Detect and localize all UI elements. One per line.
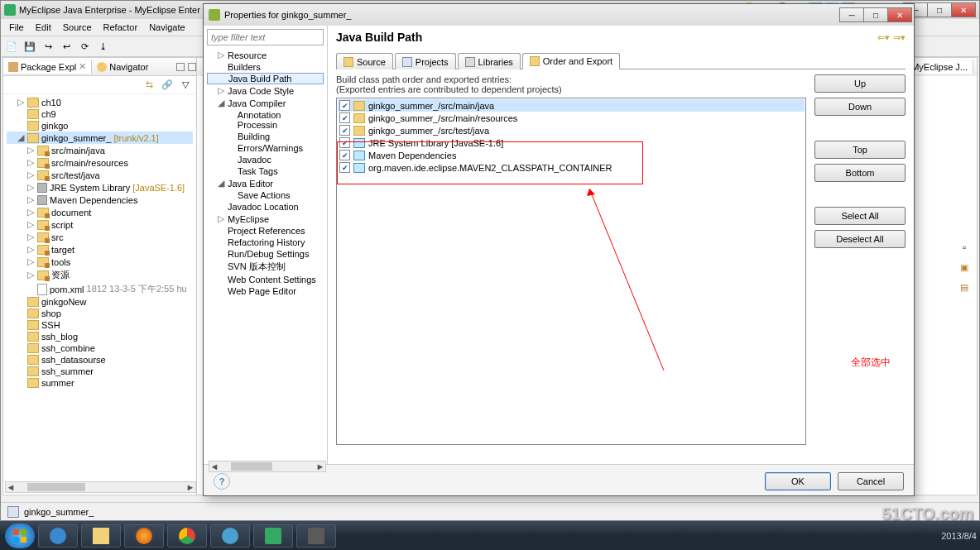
maximize-button[interactable]: □	[927, 2, 952, 17]
list-item[interactable]: JRE System Library [JavaSE-1.6]	[338, 136, 805, 149]
package-tree[interactable]: ▷ch10ch9ginkgo◢ginkgo_summer_ [trunk/v2.…	[3, 94, 196, 491]
select-all-button[interactable]: Select All	[814, 207, 906, 225]
tree-item[interactable]: ▷src/test/java	[7, 169, 193, 181]
entries-list[interactable]: ginkgo_summer_/src/main/javaginkgo_summe…	[336, 98, 806, 445]
up-button[interactable]: Up	[814, 74, 906, 93]
back-button[interactable]: ⇐▾	[877, 32, 890, 43]
task-chrome[interactable]	[167, 524, 207, 548]
tree-item[interactable]: ssh_blog	[7, 331, 193, 342]
menu-source[interactable]: Source	[58, 21, 97, 34]
tree-item[interactable]: ▷ch10	[7, 96, 193, 108]
checkbox[interactable]	[339, 137, 350, 148]
category-item[interactable]: Javadoc Location	[207, 201, 324, 213]
tree-item[interactable]: SSH	[7, 319, 193, 331]
category-item[interactable]: Save Actions	[207, 189, 324, 201]
deselect-all-button[interactable]: Deselect All	[814, 230, 906, 248]
expander-icon[interactable]: ▷	[217, 50, 225, 60]
close-button[interactable]: ✕	[951, 2, 976, 17]
tree-item[interactable]: ◢ginkgo_summer_ [trunk/v2.1]	[7, 132, 193, 144]
tree-item[interactable]: pom.xml 1812 13-3-5 下午2:55 hu	[7, 282, 193, 296]
expander-icon[interactable]: ▷	[217, 85, 225, 96]
list-item[interactable]: ginkgo_summer_/src/test/java	[338, 124, 805, 136]
expander-icon[interactable]: ▷	[26, 219, 35, 230]
menu-file[interactable]: File	[4, 21, 29, 34]
menu-refactor[interactable]: Refactor	[98, 21, 143, 34]
new-button[interactable]: 📄	[4, 39, 19, 54]
tab-libraries[interactable]: Libraries	[458, 53, 521, 69]
category-item[interactable]: Project References	[207, 225, 324, 237]
tree-item[interactable]: ginkgoNew	[7, 296, 193, 308]
maximize-button[interactable]: □	[863, 7, 888, 22]
save-button[interactable]: 💾	[22, 39, 37, 54]
expander-icon[interactable]: ▷	[26, 256, 35, 267]
checkbox[interactable]	[339, 162, 350, 173]
category-item[interactable]: Web Page Editor	[207, 285, 324, 297]
tree-item[interactable]: ▷资源	[7, 268, 193, 282]
category-item[interactable]: SVN 版本控制	[207, 260, 324, 274]
task-explorer[interactable]	[81, 524, 121, 548]
tree-item[interactable]: ▷src/main/java	[7, 144, 193, 156]
tab-package-explorer[interactable]: Package Expl ✕	[3, 60, 92, 74]
category-item[interactable]: Task Tags	[207, 165, 324, 177]
tab-source[interactable]: Source	[336, 53, 393, 69]
category-item[interactable]: Javadoc	[207, 154, 324, 165]
cancel-button[interactable]: Cancel	[838, 472, 904, 490]
tree-item[interactable]: ▷JRE System Library [JavaSE-1.6]	[7, 181, 193, 194]
close-button[interactable]: ✕	[887, 7, 912, 22]
link-editor-button[interactable]: 🔗	[160, 78, 175, 93]
minimize-icon[interactable]	[176, 63, 185, 71]
scroll-right-icon[interactable]: ►	[185, 482, 195, 492]
expander-icon[interactable]: ▷	[26, 145, 35, 155]
tree-item[interactable]: ch9	[7, 108, 193, 120]
down-button[interactable]: Down	[814, 98, 906, 116]
list-item[interactable]: org.maven.ide.eclipse.MAVEN2_CLASSPATH_C…	[338, 161, 805, 174]
menu-navigate[interactable]: Navigate	[144, 21, 190, 34]
expander-icon[interactable]: ◢	[17, 132, 25, 143]
view-icon[interactable]: ▤	[957, 280, 972, 294]
minimize-button[interactable]: ─	[839, 7, 864, 22]
toolbar-button[interactable]: ↩	[59, 39, 74, 54]
dialog-titlebar[interactable]: Properties for ginkgo_summer_ ─ □ ✕	[204, 4, 914, 26]
view-menu-button[interactable]: ▽	[178, 78, 193, 93]
list-item[interactable]: ginkgo_summer_/src/main/resources	[338, 112, 805, 124]
restore-view-icon[interactable]: ▫	[957, 240, 972, 255]
toolbar-button[interactable]: ⟳	[77, 39, 92, 54]
maximize-icon[interactable]	[188, 63, 196, 71]
task-ie[interactable]	[38, 524, 78, 548]
filter-input[interactable]	[207, 29, 324, 45]
category-item[interactable]: Java Build Path	[207, 73, 324, 84]
tab-navigator[interactable]: Navigator	[92, 60, 153, 74]
tree-item[interactable]: ▷Maven Dependencies	[7, 194, 193, 206]
category-item[interactable]: Annotation Processin	[207, 109, 324, 131]
scroll-left-icon[interactable]: ◄	[6, 482, 16, 492]
tree-item[interactable]: ▷src/main/resources	[7, 156, 193, 169]
scroll-thumb[interactable]	[27, 483, 85, 491]
tab-projects[interactable]: Projects	[395, 53, 456, 69]
category-item[interactable]: Refactoring History	[207, 237, 324, 248]
list-item[interactable]: Maven Dependencies	[338, 149, 805, 161]
scroll-thumb[interactable]	[231, 462, 272, 471]
tree-item[interactable]: ssh_summer	[7, 366, 193, 377]
category-tree[interactable]: ▷ResourceBuildersJava Build Path▷Java Co…	[207, 49, 324, 297]
horizontal-scrollbar[interactable]: ◄ ►	[209, 461, 326, 472]
toolbar-button[interactable]: ↪	[41, 39, 55, 54]
tree-item[interactable]: ▷script	[7, 218, 193, 231]
expander-icon[interactable]: ▷	[17, 97, 25, 108]
tree-item[interactable]: ginkgo	[7, 120, 193, 132]
task-myeclipse[interactable]	[253, 524, 293, 548]
scroll-right-icon[interactable]: ►	[315, 462, 325, 471]
expander-icon[interactable]: ◢	[217, 98, 225, 108]
bottom-button[interactable]: Bottom	[814, 164, 906, 182]
tab-order-and-export[interactable]: Order and Export	[522, 53, 620, 69]
tree-item[interactable]: ▷src	[7, 231, 193, 243]
category-item[interactable]: ◢Java Compiler	[207, 97, 324, 109]
top-button[interactable]: Top	[814, 141, 906, 159]
horizontal-scrollbar[interactable]: ◄ ►	[5, 481, 196, 493]
tree-item[interactable]: ▷tools	[7, 256, 193, 268]
tree-item[interactable]: summer	[7, 377, 193, 389]
close-icon[interactable]: ✕	[79, 61, 86, 72]
category-item[interactable]: Building	[207, 131, 324, 142]
expander-icon[interactable]: ▷	[26, 194, 35, 205]
forward-button[interactable]: ⇒▾	[893, 32, 906, 43]
expander-icon[interactable]: ▷	[26, 207, 35, 218]
